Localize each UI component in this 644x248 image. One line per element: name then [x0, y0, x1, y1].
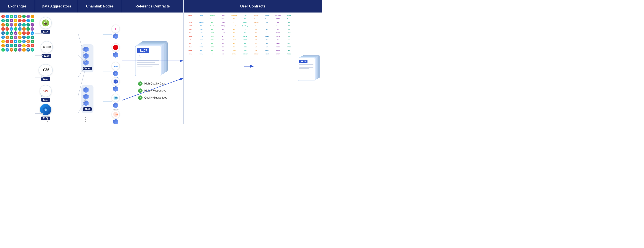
user-logo-item: DPI	[196, 49, 206, 52]
exchange-icon: ₿	[10, 36, 13, 39]
exchange-icon: Z	[1, 27, 5, 31]
fifth-logo: ⬡	[40, 104, 52, 116]
ncfx-logo: NCFX	[40, 85, 52, 97]
aggregator-gsr: ◉ GSR $1.08	[41, 41, 53, 58]
quality-item-3: ✓ Quality Guarantees	[138, 96, 167, 100]
exchange-icon: B	[22, 36, 26, 39]
aggregator-ncfx: NCFX $1.07	[40, 85, 52, 102]
user-logo-item: Aave	[218, 14, 228, 17]
user-logo-item: Balancer	[284, 14, 294, 17]
user-logo-item: THETA	[240, 35, 250, 38]
exchange-icon: S	[22, 15, 26, 18]
exchange-icon: IA	[6, 27, 9, 31]
user-logo-item: SB	[218, 52, 228, 56]
user-logo-item: ADA	[262, 31, 272, 34]
exchange-icon: ▣	[30, 48, 34, 52]
exchange-icon: ◈	[30, 23, 34, 26]
user-logo-item: ICP	[251, 38, 261, 41]
user-contract-stack: $1.07	[298, 55, 320, 81]
user-logo-item: TIME	[251, 49, 261, 52]
aggregator-fifth: ⬡ $1.06	[40, 104, 52, 120]
user-logo-item: LEND	[185, 28, 196, 31]
user-logo-item: SOHM	[185, 52, 196, 56]
user-logo-item: AR	[185, 38, 196, 41]
user-logo-item: AVAX	[284, 31, 294, 34]
user-logo-item: 1inch	[196, 14, 206, 17]
user-logo-item: Cream	[251, 17, 261, 20]
user-logo-item: MVI	[207, 49, 218, 52]
aggregators-header: Data Aggregators	[35, 0, 78, 12]
user-logo-item: VET	[229, 35, 240, 38]
user-logo-item: Uniswap	[262, 14, 272, 17]
user-logo-item: DATA	[229, 49, 240, 52]
user-logo-item: BNT	[251, 42, 261, 45]
user-logo-item: StormX	[207, 24, 218, 27]
user-logo-grid: Zapper1inchSynthetixAaveCompounddYdXMake…	[184, 13, 295, 56]
user-logo-item: INDEX	[185, 49, 196, 52]
user-logos-left: Zapper1inchSynthetixAaveCompounddYdXMake…	[184, 12, 296, 124]
svg-point-1	[44, 21, 45, 23]
exchange-icon: ₿	[18, 48, 22, 52]
operator-tmobile: T ○	[112, 25, 120, 39]
exchanges-column: Exchanges ₿XKC▣❂S♦C●◉⬡₮C▲H¹SVKTb◁▦¹S◈⬡ZI…	[0, 0, 35, 124]
user-logo-item: UMA	[229, 28, 240, 31]
user-logo-item: TRIBE	[284, 45, 294, 48]
user-logo-item: MEMO	[262, 49, 272, 52]
user-logo-item: Comp	[273, 24, 283, 27]
user-logo-item: Origin	[240, 21, 250, 24]
exchange-icon: ▦	[18, 23, 22, 26]
user-logo-item: PERP	[273, 42, 283, 45]
reference-header: Reference Contracts	[122, 0, 183, 12]
user-logo-item: Aave	[262, 24, 272, 27]
user-logo-item: Compound	[229, 14, 240, 17]
user-logo-item: OTTER	[273, 52, 283, 56]
exchange-icon: C	[14, 19, 18, 22]
node-cluster-2: ○ ○ ○ $1.08	[82, 85, 94, 113]
user-logo-item: MINA	[218, 38, 228, 41]
user-logo-item: COMP	[207, 31, 218, 34]
user-logo-item: UNI	[185, 31, 196, 34]
user-logo-item: PEARL	[284, 52, 294, 56]
exchange-icon: P	[30, 40, 34, 43]
user-logo-item: RAI	[229, 45, 240, 48]
coingecko-price: $1.06	[41, 30, 50, 34]
reference-contract-stack: $1.07 ⟨/⟩	[135, 41, 170, 78]
exchange-icon: ◉	[1, 19, 5, 22]
user-logo-item: RUNE	[185, 24, 196, 27]
ref-price-badge: $1.07	[137, 48, 149, 53]
user-logo-item: Synthetix	[207, 14, 218, 17]
user-logo-item: wMEMO	[273, 49, 283, 52]
exchange-icon: S	[22, 27, 26, 31]
user-logo-item: FRAX	[207, 45, 218, 48]
user-logo-item: NEXO	[218, 21, 228, 24]
exchange-icon-grid: ₿XKC▣❂S♦C●◉⬡₮C▲H¹SVKTb◁▦¹S◈⬡ZIA◎✦∅S⬡DB⬡P…	[1, 14, 34, 52]
exchange-icon: D	[30, 27, 34, 31]
aggregators-column: Data Aggregators CG $1.06 ◉ GSR	[35, 0, 78, 124]
user-logo-item: ATOM	[196, 35, 206, 38]
exchange-icon: ⊕	[10, 31, 13, 35]
exchange-icon: ¹	[26, 19, 30, 22]
user-logo-item: LQTY	[284, 42, 294, 45]
user-logo-item: NMR	[207, 42, 218, 45]
exchange-icon: b	[10, 23, 13, 26]
user-logo-item: Yearn	[196, 17, 206, 20]
user-logo-item: MKR	[273, 28, 283, 31]
exchange-icon: S	[30, 19, 34, 22]
user-logo-item: FLOW	[207, 38, 218, 41]
user-logo-item: SNX	[262, 28, 272, 31]
svg-text:CG: CG	[44, 20, 47, 22]
user-logo-item: Multiplier	[251, 21, 261, 24]
quality-items: ✓ High Quality Data ✓ Highly Responsive …	[138, 81, 167, 100]
svg-text:swiss: swiss	[114, 47, 118, 48]
exchange-icon: ●	[26, 31, 30, 35]
user-logo-item: 1inch	[251, 24, 261, 27]
exchange-icon: ⬡	[26, 27, 30, 31]
user-logo-item: NEAR	[240, 38, 250, 41]
exchange-icon: ◎	[10, 27, 13, 31]
user-logo-item: Alpha	[240, 17, 250, 20]
user-logo-item: BAL	[284, 28, 294, 31]
exchange-icon: G	[22, 44, 26, 47]
node-cluster-1: ○ ○ ○ $1.07	[82, 44, 94, 72]
user-logo-item: Sushi	[229, 24, 240, 27]
user-logo-item: BENQi	[218, 24, 228, 27]
